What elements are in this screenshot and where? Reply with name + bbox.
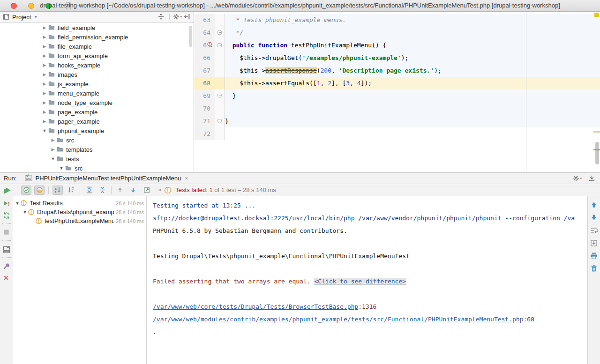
project-tree-item-phpunit_example[interactable]: ▼phpunit_example xyxy=(0,126,194,135)
fold-gutter[interactable] xyxy=(215,115,225,127)
code-text[interactable]: public function testPhpUnitExampleMenu()… xyxy=(225,39,600,52)
expand-arrow-icon[interactable]: ▶ xyxy=(41,35,48,39)
up-arrow-button[interactable] xyxy=(591,201,598,209)
project-tree-item-menu_example[interactable]: ▶menu_example xyxy=(0,89,194,98)
line-number[interactable]: 69 xyxy=(194,89,215,102)
more-actions-chevrons[interactable]: » xyxy=(158,186,161,193)
tree-arrow-icon[interactable]: ▼ xyxy=(22,210,28,215)
expand-arrow-icon[interactable]: ▶ xyxy=(41,82,48,86)
project-tree-item-field_example[interactable]: ▶field_example xyxy=(0,23,194,32)
collapse-all-icon[interactable] xyxy=(158,13,165,20)
expand-arrow-icon[interactable]: ▶ xyxy=(50,138,56,142)
editor-line-72[interactable]: 72 xyxy=(194,127,600,140)
fold-gutter[interactable] xyxy=(215,39,225,52)
code-text[interactable]: } xyxy=(225,115,600,127)
expand-arrow-icon[interactable]: ▶ xyxy=(41,63,48,67)
project-tree-item-hooks_example[interactable]: ▶hooks_example xyxy=(0,60,194,70)
close-button[interactable] xyxy=(3,274,10,282)
editor-line-63[interactable]: 63 * Tests phpunit_example menus. xyxy=(194,14,600,26)
hide-panel-icon[interactable] xyxy=(184,13,191,20)
expand-arrow-icon[interactable]: ▶ xyxy=(50,147,56,152)
error-stripe-warning-mark[interactable] xyxy=(594,13,599,17)
project-tree-item-templates[interactable]: ▶templates xyxy=(0,145,194,154)
toggle-auto-test-button[interactable] xyxy=(3,211,10,219)
code-text[interactable]: $this->assertEquals([1, 2], [3, 4]); xyxy=(225,77,600,89)
expand-arrow-icon[interactable]: ▶ xyxy=(41,53,48,58)
run-tab[interactable]: php PHPUnitExampleMenuTest.testPhpUnitEx… xyxy=(22,173,191,184)
settings-icon[interactable]: ▾ xyxy=(572,175,582,182)
editor-line-70[interactable]: 70 xyxy=(194,102,600,115)
stop-button[interactable] xyxy=(3,228,10,236)
editor-line-66[interactable]: 66 $this->drupalGet('/examples/phpunit-e… xyxy=(194,52,600,64)
code-text[interactable]: * Tests phpunit_example menus. xyxy=(225,14,600,26)
fold-end-marker-icon[interactable] xyxy=(218,94,222,98)
fold-end-marker-icon[interactable] xyxy=(218,119,222,123)
project-tree-item-field_permission_example[interactable]: ▶field_permission_example xyxy=(0,32,194,42)
next-failed-button[interactable] xyxy=(128,186,139,195)
fold-gutter[interactable] xyxy=(215,52,225,64)
line-number[interactable]: 72 xyxy=(194,127,215,140)
fold-gutter[interactable] xyxy=(215,64,225,77)
fold-gutter[interactable] xyxy=(215,89,225,102)
code-text[interactable] xyxy=(225,102,600,115)
editor-line-67[interactable]: 67 $this->assertResponse(200, 'Descripti… xyxy=(194,64,600,77)
collapse-arrow-icon[interactable]: ▼ xyxy=(58,166,65,171)
expand-all-button[interactable] xyxy=(84,186,94,195)
project-tree-item-src[interactable]: ▼src xyxy=(0,163,194,172)
test-tree-item[interactable]: testPhpUnitExampleMenu28 s 140 ms xyxy=(13,216,146,225)
import-results-button[interactable] xyxy=(142,186,152,195)
show-ignored-button[interactable] xyxy=(34,186,45,195)
expand-arrow-icon[interactable]: ▶ xyxy=(41,44,48,49)
pin-button[interactable] xyxy=(3,262,10,270)
expand-arrow-icon[interactable]: ▶ xyxy=(41,119,48,124)
collapse-arrow-icon[interactable]: ▼ xyxy=(50,156,56,161)
project-tree-item-form_api_example[interactable]: ▶form_api_example xyxy=(0,51,194,60)
code-text[interactable]: */ xyxy=(225,26,600,39)
line-number[interactable]: 66 xyxy=(194,52,215,64)
project-tree-item-page_example[interactable]: ▶page_example xyxy=(0,107,194,117)
expand-arrow-icon[interactable]: ▶ xyxy=(41,91,48,96)
fold-marker-icon[interactable] xyxy=(218,30,222,35)
rerun-failed-test-gutter-icon[interactable] xyxy=(207,42,214,48)
rerun-button[interactable] xyxy=(3,187,10,195)
editor-line-68[interactable]: 68 $this->assertEquals([1, 2], [3, 4]); xyxy=(194,77,600,89)
editor-line-71[interactable]: 71} xyxy=(194,115,600,127)
project-tree-item-images[interactable]: ▶images xyxy=(0,70,194,79)
line-number[interactable]: 64 xyxy=(194,26,215,39)
sort-alpha-button[interactable]: az xyxy=(52,186,63,195)
close-tab-icon[interactable]: × xyxy=(185,175,188,182)
test-tree-item[interactable]: ▼Test Results28 s 140 ms xyxy=(13,199,146,208)
error-stripe-deprecation-mark[interactable] xyxy=(593,131,600,133)
settings-icon[interactable]: ▾ xyxy=(172,13,182,20)
sort-duration-button[interactable] xyxy=(66,186,76,195)
test-tree-item[interactable]: ▼Drupal\Tests\phpunit_example\Functional… xyxy=(13,208,146,216)
hide-panel-down-icon[interactable] xyxy=(588,175,595,182)
down-arrow-button[interactable] xyxy=(591,214,598,222)
editor-scrollbar[interactable] xyxy=(595,142,599,164)
project-tree-item-tests[interactable]: ▼tests xyxy=(0,154,194,163)
line-number[interactable]: 67 xyxy=(194,64,215,77)
line-number[interactable]: 71 xyxy=(194,115,215,127)
expand-arrow-icon[interactable]: ▶ xyxy=(41,100,48,105)
test-console[interactable]: Testing started at 13:25 ...sftp://docke… xyxy=(147,196,587,364)
scroll-to-end-button[interactable] xyxy=(590,239,598,247)
code-text[interactable]: $this->drupalGet('/examples/phpunit-exam… xyxy=(225,52,600,64)
fold-marker-icon[interactable] xyxy=(218,43,222,47)
clear-all-button[interactable] xyxy=(590,264,598,272)
fold-gutter[interactable] xyxy=(215,14,225,26)
console-link[interactable]: /var/www/web/modules/contrib/examples/ph… xyxy=(153,316,524,323)
code-text[interactable]: } xyxy=(225,89,600,102)
soft-wrap-button[interactable] xyxy=(590,226,598,234)
project-tree-item-node_type_example[interactable]: ▶node_type_example xyxy=(0,98,194,107)
project-tree-item-js_example[interactable]: ▶js_example xyxy=(0,79,194,89)
line-number[interactable]: 63 xyxy=(194,14,215,26)
code-editor[interactable]: 63 * Tests phpunit_example menus.64 */65… xyxy=(194,12,600,172)
expand-arrow-icon[interactable]: ▶ xyxy=(41,25,48,30)
print-button[interactable] xyxy=(590,252,598,260)
expand-arrow-icon[interactable]: ▶ xyxy=(41,110,48,114)
fold-gutter[interactable] xyxy=(215,77,225,89)
editor-line-69[interactable]: 69 } xyxy=(194,89,600,102)
rerun-failed-button[interactable]: ! xyxy=(3,199,10,207)
prev-failed-button[interactable] xyxy=(115,186,126,195)
tree-arrow-icon[interactable]: ▼ xyxy=(15,201,20,206)
